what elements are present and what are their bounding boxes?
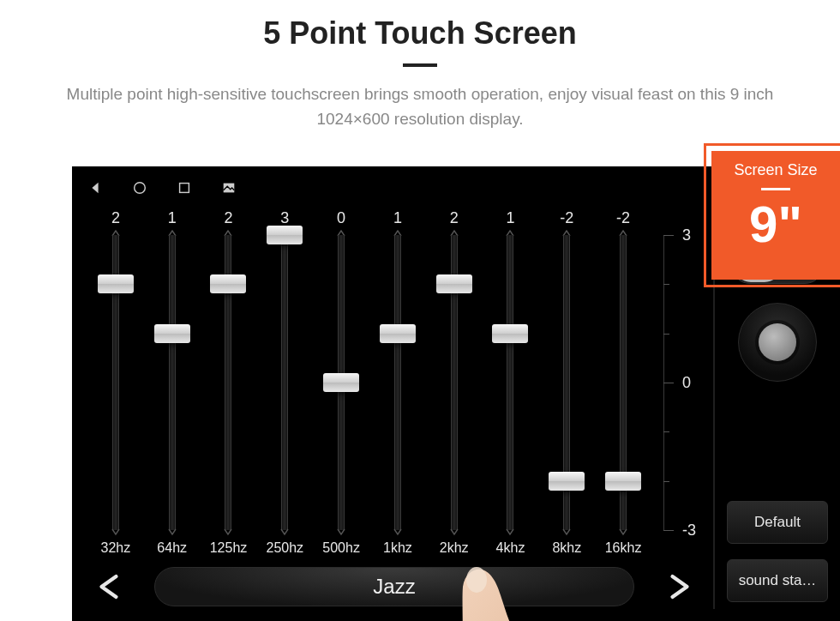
preset-label: Jazz xyxy=(373,575,415,599)
back-icon[interactable] xyxy=(87,180,103,196)
volume-dial[interactable] xyxy=(738,303,817,382)
preset-button[interactable]: Jazz xyxy=(154,567,634,606)
eq-band-slider[interactable] xyxy=(98,235,134,530)
eq-band-slider[interactable] xyxy=(323,235,359,530)
eq-band-slider[interactable] xyxy=(492,235,528,530)
eq-band-slider[interactable] xyxy=(605,235,641,530)
eq-band-thumb[interactable] xyxy=(605,472,641,491)
eq-band-slider[interactable] xyxy=(210,235,246,530)
eq-band: 22khz xyxy=(426,209,483,561)
eq-band-thumb[interactable] xyxy=(210,274,246,293)
eq-band-slider[interactable] xyxy=(154,235,190,530)
page-subtitle: Multiple point high-sensitive touchscree… xyxy=(0,82,840,154)
svg-rect-1 xyxy=(180,184,189,193)
eq-band: 0500hz xyxy=(313,209,369,561)
eq-band-freq: 8khz xyxy=(552,540,581,561)
svg-point-0 xyxy=(135,183,146,194)
eq-band-slider[interactable] xyxy=(436,235,472,530)
page-title: 5 Point Touch Screen xyxy=(0,15,840,51)
eq-band-thumb[interactable] xyxy=(436,274,472,293)
eq-band-slider[interactable] xyxy=(380,235,416,530)
eq-band-thumb[interactable] xyxy=(267,226,303,244)
equalizer-area: 232hz164hz2125hz3250hz0500hz11khz22khz14… xyxy=(87,209,701,561)
eq-band-freq: 500hz xyxy=(322,540,360,561)
eq-band-freq: 16khz xyxy=(605,540,642,561)
eq-band: 3250hz xyxy=(256,209,313,561)
eq-band: 164hz xyxy=(144,209,201,561)
eq-scale: 3 0 -3 xyxy=(657,235,701,530)
scale-mid: 0 xyxy=(682,374,691,392)
eq-band: -28khz xyxy=(538,209,595,561)
recents-icon[interactable] xyxy=(177,180,192,196)
preset-bar: Jazz xyxy=(87,564,701,609)
eq-band-thumb[interactable] xyxy=(323,373,359,392)
eq-band-thumb[interactable] xyxy=(154,324,190,343)
scale-min: -3 xyxy=(682,522,696,540)
badge-value: 9" xyxy=(711,199,840,250)
eq-band-freq: 250hz xyxy=(266,540,303,561)
eq-band: 232hz xyxy=(87,209,144,561)
sound-stage-button-label: sound sta… xyxy=(739,572,817,589)
eq-band-thumb[interactable] xyxy=(380,324,416,343)
eq-band: 11khz xyxy=(369,209,426,561)
title-underline xyxy=(403,63,437,67)
preset-prev-button[interactable] xyxy=(87,565,130,608)
eq-band-freq: 125hz xyxy=(210,540,248,561)
scale-max: 3 xyxy=(682,226,691,244)
eq-band-freq: 4khz xyxy=(496,540,525,561)
default-button[interactable]: Default xyxy=(727,501,828,544)
badge-label: Screen Size xyxy=(711,161,840,179)
default-button-label: Default xyxy=(754,514,801,531)
eq-band-freq: 64hz xyxy=(157,540,187,561)
sound-stage-button[interactable]: sound sta… xyxy=(727,559,828,602)
eq-band-thumb[interactable] xyxy=(549,472,585,491)
eq-band: 14khz xyxy=(483,209,539,561)
home-icon[interactable] xyxy=(132,180,147,196)
eq-band: -216khz xyxy=(595,209,651,561)
screen-size-badge: Screen Size 9" xyxy=(711,151,840,280)
eq-band-slider[interactable] xyxy=(549,235,585,530)
eq-band-slider[interactable] xyxy=(267,235,303,530)
preset-next-button[interactable] xyxy=(658,565,701,608)
eq-band-thumb[interactable] xyxy=(492,324,528,343)
eq-band-freq: 32hz xyxy=(101,540,131,561)
gallery-icon[interactable] xyxy=(221,180,237,196)
eq-band: 2125hz xyxy=(201,209,257,561)
eq-band-freq: 2khz xyxy=(440,540,469,561)
eq-band-freq: 1khz xyxy=(383,540,412,561)
eq-band-thumb[interactable] xyxy=(98,274,134,293)
